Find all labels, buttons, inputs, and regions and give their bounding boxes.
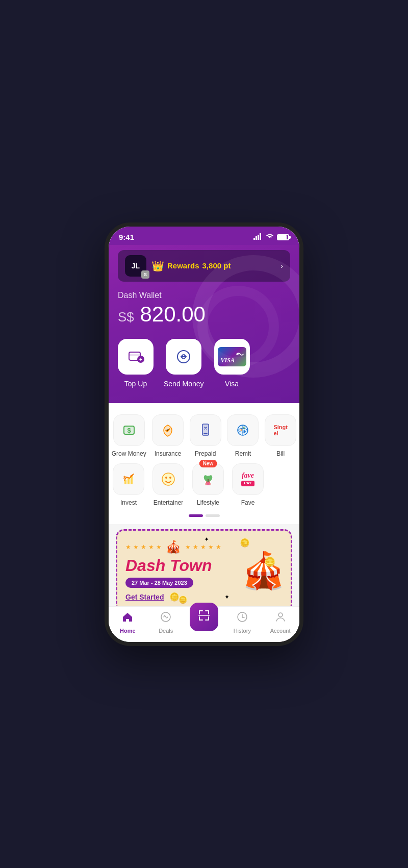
visa-card: VISA xyxy=(218,347,246,366)
wallet-title: Dash Wallet xyxy=(118,291,290,300)
nav-history[interactable]: History xyxy=(223,611,261,634)
svg-rect-2 xyxy=(258,235,259,240)
grow-money-label: Grow Money xyxy=(112,450,146,457)
svg-rect-5 xyxy=(129,354,140,356)
sidebar-item-prepaid[interactable]: Prepaid xyxy=(187,411,224,460)
fave-label: Fave xyxy=(241,499,255,506)
insurance-icon xyxy=(152,414,184,446)
svg-rect-3 xyxy=(260,233,261,240)
rewards-label: Rewards xyxy=(167,261,199,270)
dash-town-banner[interactable]: ★ ★ ★ ★ ★ 🎪 ★ ★ ★ ★ ★ Dash Town 27 Mar -… xyxy=(116,529,292,612)
remit-icon: ¥ $ ฿ xyxy=(227,414,259,446)
send-money-action[interactable]: Send Money xyxy=(164,339,204,388)
sidebar-item-insurance[interactable]: Insurance xyxy=(149,411,187,460)
svg-text:¥: ¥ xyxy=(240,428,242,432)
top-up-action[interactable]: + Top Up xyxy=(118,339,154,388)
services-row-1: $ Grow Money Insurance xyxy=(109,411,299,460)
sidebar-item-remit[interactable]: ¥ $ ฿ Remit xyxy=(224,411,262,460)
wallet-balance: S$ 820.00 xyxy=(118,302,290,327)
sidebar-item-grow-money[interactable]: $ Grow Money xyxy=(109,411,149,460)
svg-rect-22 xyxy=(128,478,130,484)
sidebar-item-invest[interactable]: $ Invest xyxy=(109,460,148,509)
status-bar: 9:41 xyxy=(109,227,299,245)
svg-rect-50 xyxy=(198,615,210,616)
sidebar-item-bill[interactable]: Singtel Bill xyxy=(262,411,299,460)
wallet-amount-value: 820.00 xyxy=(140,302,205,326)
top-up-label: Top Up xyxy=(124,380,147,388)
lifestyle-icon: New xyxy=(192,463,224,495)
bill-label: Bill xyxy=(276,450,285,457)
avatar-badge: S xyxy=(141,270,149,279)
status-time: 9:41 xyxy=(119,233,134,241)
nav-account[interactable]: Account xyxy=(261,611,299,634)
invest-icon: $ xyxy=(113,463,144,495)
signal-icon xyxy=(253,233,263,241)
history-icon xyxy=(236,611,248,626)
wallet-currency: S$ xyxy=(118,309,134,325)
svg-rect-1 xyxy=(256,236,257,240)
deals-label: Deals xyxy=(159,628,173,634)
svg-point-52 xyxy=(278,613,283,617)
crown-icon: 👑 xyxy=(151,260,164,272)
phone-frame: 9:41 xyxy=(105,222,303,646)
lifestyle-label: Lifestyle xyxy=(197,499,219,506)
battery-icon xyxy=(277,234,289,240)
home-label: Home xyxy=(120,628,136,634)
svg-rect-15 xyxy=(203,433,208,434)
nav-deals[interactable]: Deals xyxy=(147,611,185,634)
scan-fab[interactable] xyxy=(190,603,218,631)
sidebar-item-fave[interactable]: fave PAY Fave xyxy=(228,460,268,509)
remit-label: Remit xyxy=(235,450,251,457)
svg-point-35 xyxy=(207,482,210,485)
nav-scan[interactable] xyxy=(185,613,223,631)
services-section: $ Grow Money Insurance xyxy=(109,403,299,524)
dot-2 xyxy=(206,514,220,517)
chevron-right-icon: › xyxy=(280,262,283,270)
singtel-text: Singtel xyxy=(273,424,288,436)
svg-rect-43 xyxy=(199,610,200,614)
scan-icon xyxy=(197,608,211,626)
svg-point-27 xyxy=(165,477,167,479)
sidebar-item-lifestyle[interactable]: New Lifestyle xyxy=(188,460,228,509)
svg-rect-45 xyxy=(208,610,209,614)
rewards-bar[interactable]: JL S 👑 Rewards 3,800 pt › xyxy=(118,250,290,282)
entertainer-icon xyxy=(152,463,184,495)
nfc-icon xyxy=(234,349,244,361)
bill-icon: Singtel xyxy=(265,414,296,446)
svg-text:$: $ xyxy=(127,427,131,434)
invest-label: Invest xyxy=(120,499,137,506)
wallet-header: JL S 👑 Rewards 3,800 pt › Dash Wallet S$… xyxy=(109,245,299,403)
history-label: History xyxy=(234,628,251,634)
account-icon xyxy=(274,611,287,626)
banner-date: 27 Mar - 28 May 2023 xyxy=(125,578,193,588)
svg-rect-0 xyxy=(253,238,255,240)
svg-point-28 xyxy=(169,477,171,479)
visa-icon-box: VISA xyxy=(214,339,250,375)
prepaid-label: Prepaid xyxy=(195,450,216,457)
home-icon xyxy=(121,611,134,626)
send-money-label: Send Money xyxy=(164,380,204,388)
svg-text:$: $ xyxy=(123,475,126,480)
svg-point-41 xyxy=(164,615,165,616)
svg-text:+: + xyxy=(139,357,142,362)
rewards-points: 3,800 pt xyxy=(202,261,231,270)
grow-money-icon: $ xyxy=(113,414,145,446)
sidebar-item-entertainer[interactable]: Entertainer xyxy=(148,460,188,509)
rewards-text: 👑 Rewards 3,800 pt xyxy=(151,260,275,272)
entertainer-label: Entertainer xyxy=(154,499,184,506)
fave-icon: fave PAY xyxy=(232,463,264,495)
avatar: JL S xyxy=(125,255,146,277)
visa-action[interactable]: VISA Visa xyxy=(214,339,250,388)
svg-rect-21 xyxy=(124,480,126,484)
page-indicator xyxy=(109,509,299,520)
top-up-icon-box: + xyxy=(118,339,154,375)
visa-label: Visa xyxy=(225,380,239,388)
phone-screen: 9:41 xyxy=(109,227,299,642)
get-started-link[interactable]: Get Started xyxy=(125,593,164,601)
nav-home[interactable]: Home xyxy=(109,611,147,634)
dot-1 xyxy=(189,514,203,517)
services-row-2: $ Invest Enter xyxy=(109,460,299,509)
deals-icon xyxy=(160,611,172,626)
svg-rect-47 xyxy=(199,616,200,621)
svg-rect-49 xyxy=(208,616,209,621)
